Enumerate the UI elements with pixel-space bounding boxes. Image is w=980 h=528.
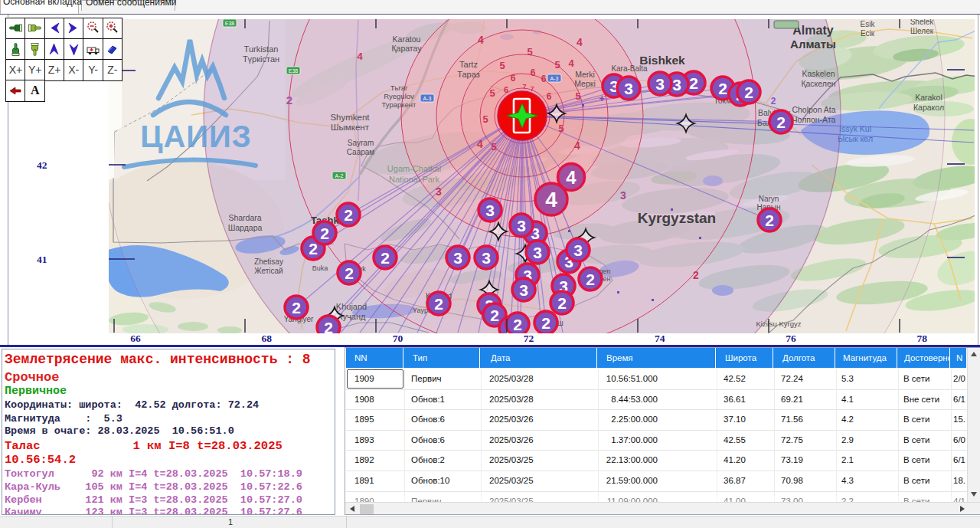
svg-text:4: 4 [478,34,484,46]
svg-text:5: 5 [491,141,496,152]
svg-text:Buka: Buka [312,264,328,272]
svg-text:Тураркент: Тураркент [382,100,417,109]
svg-text:Sayram: Sayram [348,139,374,147]
svg-text:Kizilsu Kyrgyz: Kizilsu Kyrgyz [756,320,801,328]
svg-text:2: 2 [286,93,292,107]
svg-text:A-2: A-2 [335,173,344,179]
svg-text:E38: E38 [225,21,235,26]
svg-text:Меркі: Меркі [574,79,595,88]
svg-text:Zhetisay: Zhetisay [254,257,283,266]
svg-text:Tartz: Tartz [459,60,478,69]
svg-text:Шардара: Шардара [228,223,263,232]
svg-text:Тараз: Тараз [457,70,480,79]
svg-text:4: 4 [357,51,363,62]
svg-text:5: 5 [558,123,564,134]
svg-text:2: 2 [320,225,329,242]
svg-text:2: 2 [771,96,776,107]
svg-text:Чолпон-Ата: Чолпон-Ата [792,115,836,124]
svg-text:2: 2 [776,113,786,131]
svg-text:5: 5 [489,87,495,99]
svg-text:4: 4 [566,167,577,188]
svg-text:3: 3 [485,202,495,219]
svg-text:Алматы: Алматы [790,38,836,51]
svg-text:2: 2 [718,80,727,97]
svg-text:2: 2 [689,74,698,92]
svg-text:3: 3 [672,76,681,93]
svg-text:Kaskelen: Kaskelen [802,69,835,78]
svg-text:2: 2 [586,271,595,288]
svg-text:Naryn: Naryn [759,195,779,203]
svg-text:2: 2 [490,307,499,324]
svg-text:2: 2 [541,314,550,332]
svg-text:Шелек: Шелек [910,27,934,35]
svg-text:4: 4 [574,139,580,152]
svg-text:Merki: Merki [575,70,595,79]
svg-text:Issyk Kul: Issyk Kul [839,124,871,133]
svg-text:2: 2 [344,206,353,224]
svg-text:Turkistan: Turkistan [244,44,279,54]
svg-text:4: 4 [577,36,583,48]
svg-text:3: 3 [655,75,665,93]
svg-text:3: 3 [517,217,526,234]
svg-text:Шымкент: Шымкент [331,123,370,132]
svg-text:Shelek: Shelek [910,18,935,26]
svg-text:Ryegulov: Ryegulov [384,92,414,100]
svg-text:2: 2 [381,249,390,267]
svg-text:Tьrar: Tьrar [390,84,407,92]
svg-text:3: 3 [624,80,633,97]
svg-text:5: 5 [499,60,505,71]
svg-text:7: 7 [530,85,534,93]
svg-text:5: 5 [482,113,488,125]
svg-text:2: 2 [345,264,354,282]
svg-text:2: 2 [324,319,333,336]
svg-text:6: 6 [547,91,552,102]
svg-text:Bishkek: Bishkek [639,54,685,67]
svg-text:3: 3 [519,281,528,299]
svg-text:4: 4 [477,138,483,150]
svg-text:2: 2 [434,295,443,313]
svg-text:Shardara: Shardara [228,213,261,222]
svg-text:Түркістан: Түркістан [243,54,279,64]
svg-text:3: 3 [453,249,462,267]
svg-text:Cholpon Ata: Cholpon Ata [792,105,835,114]
svg-text:+: + [599,93,604,104]
svg-text:6: 6 [541,74,547,84]
svg-text:Karakol: Karakol [915,93,942,102]
svg-text:Қаратау: Қаратау [391,44,422,53]
svg-text:3: 3 [620,189,626,202]
svg-text:6: 6 [511,73,516,84]
svg-text:2: 2 [744,84,753,101]
svg-text:2: 2 [557,294,567,312]
svg-text:A-3: A-3 [550,76,559,81]
svg-text:Есік: Есік [861,29,875,38]
svg-text:E38: E38 [289,68,299,74]
svg-text:3: 3 [482,249,491,267]
svg-text:2: 2 [513,316,522,333]
svg-text:6: 6 [504,85,508,94]
svg-text:Каракол: Каракол [913,103,944,112]
svg-text:3: 3 [573,241,583,259]
svg-text:3: 3 [533,244,542,261]
svg-text:Жетісай: Жетісай [254,267,283,275]
svg-text:4: 4 [568,57,574,69]
svg-text:5: 5 [527,46,532,57]
svg-text:Karatou: Karatou [393,34,421,44]
svg-text:2: 2 [765,212,774,229]
svg-text:Esik: Esik [861,20,876,28]
svg-text:6: 6 [531,67,536,78]
svg-text:3: 3 [436,185,442,198]
svg-text:Shymkent: Shymkent [330,113,370,122]
svg-text:2: 2 [292,299,301,316]
svg-text:2: 2 [693,269,699,281]
svg-text:A-3: A-3 [423,96,432,101]
svg-text:Kyrgyzstan: Kyrgyzstan [638,210,716,226]
svg-text:ЦАИИЗ: ЦАИИЗ [140,120,252,153]
svg-text:4: 4 [545,188,557,212]
svg-text:5: 5 [575,90,580,102]
svg-text:5: 5 [554,59,560,71]
svg-text:Қаскелен: Қаскелен [801,79,835,88]
svg-text:7: 7 [522,83,526,90]
svg-text:Саарам: Саарам [347,148,375,156]
